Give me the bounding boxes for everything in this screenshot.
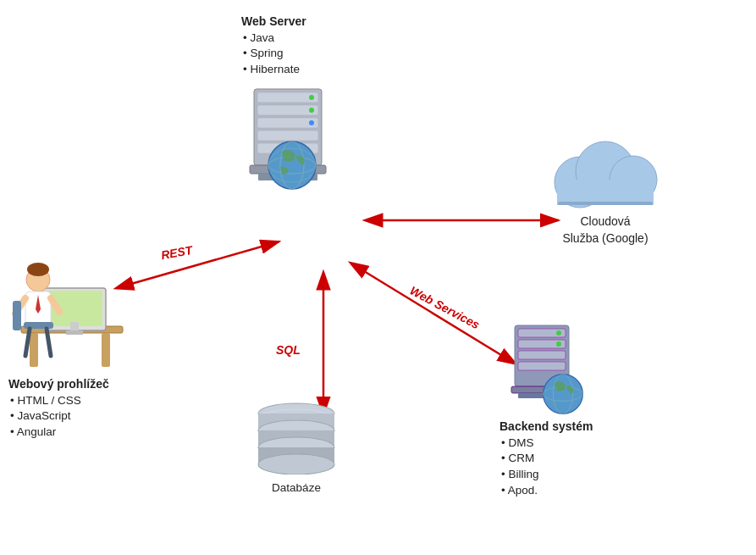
svg-point-51: [258, 454, 334, 475]
database-node: Databáze: [250, 398, 343, 497]
svg-line-7: [364, 271, 516, 364]
webserver-item-hibernate: Hibernate: [243, 62, 306, 78]
svg-point-19: [268, 142, 316, 189]
svg-rect-33: [66, 330, 83, 335]
backend-node: Backend systém DMS CRM Billing Apod.: [499, 322, 601, 499]
svg-rect-34: [70, 322, 79, 330]
cloud-icon: [542, 136, 669, 212]
sql-label: SQL: [276, 343, 301, 357]
svg-point-58: [556, 341, 561, 347]
browser-title: Webový prohlížeč: [8, 376, 109, 393]
browser-item-htmlcss: HTML / CSS: [10, 393, 109, 409]
svg-rect-44: [13, 301, 21, 330]
svg-rect-56: [518, 362, 566, 370]
webserver-icon: [233, 85, 343, 195]
svg-point-36: [27, 263, 49, 276]
svg-line-4: [131, 241, 279, 284]
svg-point-16: [309, 120, 314, 125]
cloud-label2: Služba (Google): [562, 230, 648, 247]
browser-item-angular: Angular: [10, 425, 109, 441]
cloud-node: Cloudová Služba (Google): [542, 136, 669, 247]
svg-rect-30: [102, 333, 110, 367]
webserver-item-java: Java: [243, 31, 306, 47]
backend-item-billing: Billing: [501, 467, 593, 483]
database-icon: [250, 398, 343, 477]
svg-point-57: [556, 330, 561, 336]
svg-rect-26: [557, 180, 654, 205]
browser-item-javascript: JavaScript: [10, 408, 109, 425]
backend-title: Backend systém: [499, 419, 593, 436]
database-label: Databáze: [272, 480, 321, 497]
webservices-label: Web Services: [408, 284, 483, 332]
architecture-diagram: REST SQL Web Services Web Server Java Sp…: [0, 0, 756, 555]
person-icon: [8, 237, 135, 373]
svg-point-61: [544, 375, 583, 414]
svg-rect-27: [558, 202, 653, 205]
rest-label: REST: [160, 243, 194, 262]
svg-point-15: [309, 108, 314, 113]
webserver-item-spring: Spring: [243, 46, 306, 62]
backend-item-crm: CRM: [501, 451, 593, 467]
backend-item-apod: Apod.: [501, 483, 593, 499]
backend-item-dms: DMS: [501, 436, 593, 452]
webserver-title: Web Server: [241, 14, 306, 31]
cloud-label1: Cloudová: [562, 214, 648, 230]
browser-node: Webový prohlížeč HTML / CSS JavaScript A…: [8, 237, 135, 441]
svg-rect-55: [518, 351, 566, 359]
svg-point-14: [309, 95, 314, 100]
svg-rect-29: [30, 333, 38, 367]
webserver-node: Web Server Java Spring Hibernate: [216, 8, 343, 195]
backend-icon: [499, 322, 601, 415]
